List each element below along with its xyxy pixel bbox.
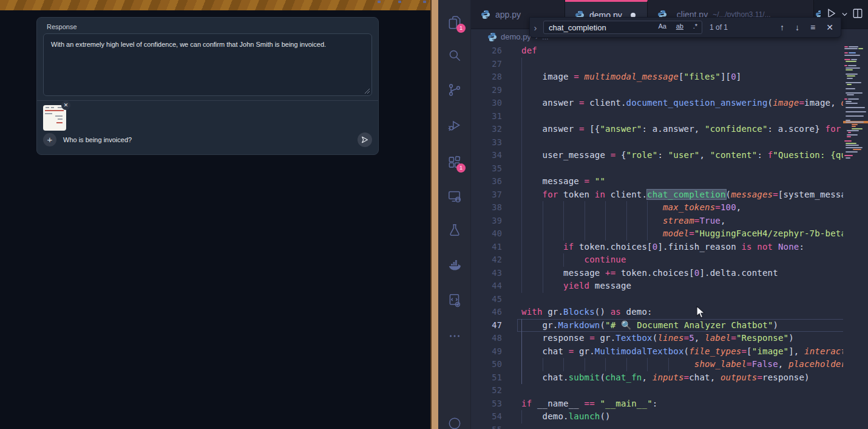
find-widget: › Aa ab .* 1 of 1 ↑ ↓ ≡ ✕ <box>529 17 841 38</box>
send-button[interactable] <box>358 132 372 147</box>
vscode-window: 1 <box>438 0 868 429</box>
minimap-line <box>846 69 853 70</box>
code-line-37[interactable]: 37 for token in client.chat_completion(m… <box>471 188 843 202</box>
testing-icon[interactable] <box>447 222 463 238</box>
minimap-line <box>852 128 863 129</box>
thumb-mark <box>45 110 64 111</box>
code-editor[interactable]: 26def2728 image = multimodal_message["fi… <box>471 44 868 429</box>
code-line-54[interactable]: 54 demo.launch() <box>471 410 843 424</box>
run-debug-icon[interactable] <box>447 117 463 133</box>
code-line-32[interactable]: 32 answer = [{"answer": a.answer, "confi… <box>471 123 843 136</box>
code-line-48[interactable]: 48 response = gr.Textbox(lines=5, label=… <box>471 332 843 345</box>
tab-label: app.py <box>495 10 521 19</box>
python-file-icon <box>487 32 497 42</box>
minimap-line <box>846 145 859 146</box>
containers-config-icon[interactable] <box>447 292 463 308</box>
minimap-line <box>844 140 852 142</box>
code-line-30[interactable]: 30 answer = client.document_question_ans… <box>471 97 843 110</box>
divider <box>37 100 378 101</box>
add-file-button[interactable]: + <box>43 133 56 146</box>
match-case-toggle[interactable]: Aa <box>659 22 666 30</box>
code-line-26[interactable]: 26def <box>471 44 843 58</box>
find-next-button[interactable]: ↓ <box>795 22 799 32</box>
extensions-icon[interactable]: 1 <box>447 154 463 170</box>
minimap-line <box>849 46 858 47</box>
code-line-29[interactable]: 29 <box>471 84 843 97</box>
resize-handle[interactable] <box>365 89 370 94</box>
account-icon[interactable] <box>447 417 463 429</box>
code-line-49[interactable]: 49 chat = gr.MultimodalTextbox(file_type… <box>471 345 843 359</box>
minimap-line <box>844 65 847 66</box>
code-line-35[interactable]: 35 <box>471 162 843 176</box>
code-line-53[interactable]: 53if __name__ == "__main__": <box>471 397 843 411</box>
chat-input-text[interactable]: Who is being invoiced? <box>63 136 132 143</box>
code-line-50[interactable]: 50 show_label=False, placeholder= <box>471 358 843 371</box>
split-editor-button[interactable] <box>852 8 863 21</box>
code-line-44[interactable]: 44 yield message <box>471 280 843 293</box>
minimap-line <box>844 48 858 49</box>
code-line-31[interactable]: 31 <box>471 110 843 123</box>
wallpaper-artifact <box>398 1 401 3</box>
mouse-cursor <box>696 306 706 319</box>
code-line-34[interactable]: 34 user_message = {"role": "user", "cont… <box>471 149 843 162</box>
explorer-icon[interactable]: 1 <box>447 15 463 30</box>
attachment-thumbnail[interactable]: ✕ <box>43 105 66 131</box>
minimap[interactable] <box>843 44 868 429</box>
find-match-count: 1 of 1 <box>710 23 728 32</box>
wallpaper-artifact <box>378 1 381 3</box>
indent-guide <box>521 58 522 71</box>
search-icon[interactable] <box>447 47 463 63</box>
line-number: 29 <box>471 84 517 97</box>
code-line-47[interactable]: 47 gr.Markdown("# 🔍 Document Analyzer Ch… <box>471 319 843 332</box>
run-dropdown-chevron-icon[interactable] <box>841 9 848 20</box>
code-line-43[interactable]: 43 message += token.choices[0].delta.con… <box>471 267 843 280</box>
code-line-36[interactable]: 36 message = "" <box>471 175 843 188</box>
find-in-selection-button[interactable]: ≡ <box>810 22 815 32</box>
code-line-46[interactable]: 46with gr.Blocks() as demo: <box>471 306 843 319</box>
source-control-icon[interactable] <box>447 82 463 98</box>
remote-explorer-icon[interactable] <box>447 188 463 204</box>
more-actions-icon[interactable] <box>447 328 463 344</box>
code-text: if token.choices[0].finish_reason is not… <box>521 241 804 254</box>
indent-guide <box>521 84 522 97</box>
code-line-41[interactable]: 41 if token.choices[0].finish_reason is … <box>471 241 843 254</box>
find-close-button[interactable]: ✕ <box>826 22 833 32</box>
remove-attachment-button[interactable]: ✕ <box>61 101 70 110</box>
minimap-line <box>846 120 850 121</box>
code-line-38[interactable]: 38 max_tokens=100, <box>471 201 843 214</box>
code-line-42[interactable]: 42 continue <box>471 253 843 267</box>
find-input[interactable] <box>544 21 658 33</box>
code-text: chat.submit(chat_fn, inputs=chat, output… <box>521 371 810 385</box>
response-textbox[interactable]: With an extremely high level of confiden… <box>43 33 372 96</box>
thumb-mark <box>51 107 54 108</box>
line-number: 41 <box>471 241 517 254</box>
find-previous-button[interactable]: ↑ <box>780 22 784 32</box>
code-line-40[interactable]: 40 model="HuggingFaceH4/zephyr-7b-beta <box>471 227 843 241</box>
regex-toggle[interactable]: .* <box>693 22 697 30</box>
code-line-33[interactable]: 33 <box>471 136 843 149</box>
minimap-line <box>848 65 856 66</box>
code-line-45[interactable]: 45 <box>471 293 843 306</box>
line-number: 31 <box>471 110 517 123</box>
code-line-55[interactable]: 55 <box>471 424 843 429</box>
whole-word-toggle[interactable]: ab <box>676 22 683 30</box>
minimap-line <box>847 130 859 131</box>
find-expand-chevron-icon[interactable]: › <box>530 22 541 33</box>
code-line-27[interactable]: 27 <box>471 58 843 71</box>
code-text: continue <box>521 253 626 267</box>
code-text: yield message <box>521 280 631 293</box>
code-line-52[interactable]: 52 <box>471 384 843 397</box>
line-number: 46 <box>471 306 517 319</box>
minimap-line <box>846 157 850 159</box>
breadcrumb-file[interactable]: demo.py <box>501 32 531 41</box>
code-line-28[interactable]: 28 image = multimodal_message["files"][0… <box>471 70 843 84</box>
minimap-line <box>844 155 853 156</box>
code-line-39[interactable]: 39 stream=True, <box>471 214 843 228</box>
minimap-line <box>858 48 863 49</box>
python-file-icon <box>481 10 490 19</box>
code-line-51[interactable]: 51 chat.submit(chat_fn, inputs=chat, out… <box>471 371 843 385</box>
code-text: def <box>521 44 537 58</box>
line-number: 37 <box>471 188 517 202</box>
docker-icon[interactable] <box>447 258 463 273</box>
line-number: 54 <box>471 410 517 424</box>
